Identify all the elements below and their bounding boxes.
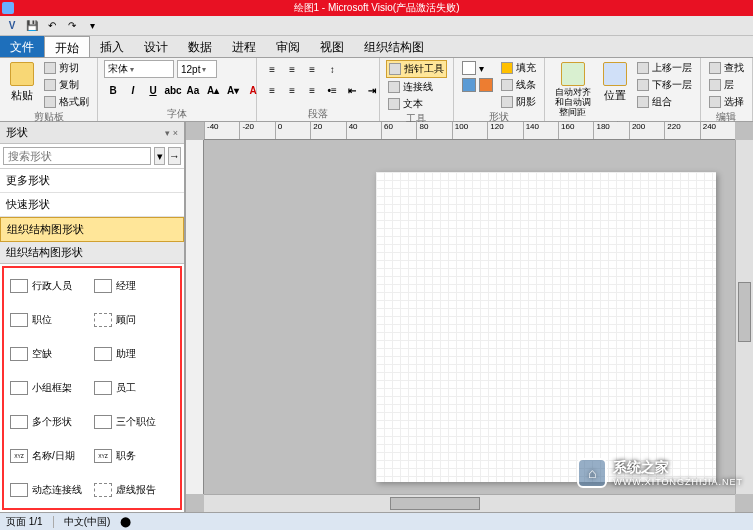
align-center-button[interactable]: ≡ bbox=[283, 81, 301, 99]
shadow-button[interactable]: 阴影 bbox=[499, 94, 538, 110]
swatch-icon bbox=[462, 61, 476, 75]
shrink-font-button[interactable]: A▾ bbox=[224, 81, 242, 99]
front-icon bbox=[637, 62, 649, 74]
title-bar: 绘图1 - Microsoft Visio(产品激活失败) bbox=[0, 0, 753, 16]
qat-dropdown-icon[interactable]: ▾ bbox=[84, 18, 100, 34]
fill-icon bbox=[501, 62, 513, 74]
scrollbar-vertical[interactable] bbox=[735, 140, 753, 494]
fill-button[interactable]: 填充 bbox=[499, 60, 538, 76]
shapes-pane-title: 形状 bbox=[0, 122, 184, 144]
line-icon bbox=[501, 79, 513, 91]
canvas-area[interactable]: -40-20020406080100120140160180200220240 … bbox=[186, 122, 753, 512]
tab-design[interactable]: 设计 bbox=[134, 36, 178, 57]
tab-process[interactable]: 进程 bbox=[222, 36, 266, 57]
status-language[interactable]: 中文(中国) bbox=[64, 515, 111, 529]
text-tool-button[interactable]: 文本 bbox=[386, 96, 447, 112]
orientation-button[interactable]: ↕ bbox=[323, 60, 341, 78]
shape-icon bbox=[10, 483, 28, 497]
category-quick-shapes[interactable]: 快速形状 bbox=[0, 193, 184, 217]
redo-icon[interactable]: ↷ bbox=[64, 18, 80, 34]
shape-staff[interactable]: 员工 bbox=[94, 376, 174, 400]
shape-title[interactable]: XYZ职务 bbox=[94, 444, 174, 468]
paragraph-label: 段落 bbox=[263, 107, 372, 119]
cut-icon bbox=[44, 62, 56, 74]
connector-tool-button[interactable]: 连接线 bbox=[386, 79, 447, 95]
swatch-orange[interactable] bbox=[479, 78, 493, 92]
grow-font-button[interactable]: A▴ bbox=[204, 81, 222, 99]
shape-assistant[interactable]: 助理 bbox=[94, 342, 174, 366]
pointer-tool-button[interactable]: 指针工具 bbox=[386, 60, 447, 78]
italic-button[interactable]: I bbox=[124, 81, 142, 99]
search-dropdown-button[interactable]: ▾ bbox=[154, 147, 165, 165]
text-icon bbox=[388, 98, 400, 110]
scroll-thumb-v[interactable] bbox=[738, 282, 751, 342]
tab-review[interactable]: 审阅 bbox=[266, 36, 310, 57]
quickstyle-button[interactable]: ▾ bbox=[460, 60, 495, 76]
dedent-button[interactable]: ⇤ bbox=[343, 81, 361, 99]
category-orgchart-shapes[interactable]: 组织结构图形状 bbox=[0, 217, 184, 242]
back-icon bbox=[637, 79, 649, 91]
tab-view[interactable]: 视图 bbox=[310, 36, 354, 57]
scrollbar-horizontal[interactable] bbox=[204, 494, 735, 512]
find-button[interactable]: 查找 bbox=[707, 60, 746, 76]
send-backward-button[interactable]: 下移一层 bbox=[635, 77, 694, 93]
align-left-button[interactable]: ≡ bbox=[263, 81, 281, 99]
search-go-button[interactable]: → bbox=[168, 147, 181, 165]
connector-icon bbox=[388, 81, 400, 93]
group-button[interactable]: 组合 bbox=[635, 94, 694, 110]
tab-file[interactable]: 文件 bbox=[0, 36, 44, 57]
copy-icon bbox=[44, 79, 56, 91]
shape-team-frame[interactable]: 小组框架 bbox=[10, 376, 90, 400]
autoalign-button[interactable]: 自动对齐和自动调整间距 bbox=[551, 60, 595, 120]
tab-insert[interactable]: 插入 bbox=[90, 36, 134, 57]
copy-button[interactable]: 复制 bbox=[42, 77, 91, 93]
tab-home[interactable]: 开始 bbox=[44, 36, 90, 57]
drawing-page[interactable] bbox=[376, 172, 716, 482]
align-top-button[interactable]: ≡ bbox=[263, 60, 281, 78]
align-right-button[interactable]: ≡ bbox=[303, 81, 321, 99]
case-button[interactable]: Aa bbox=[184, 81, 202, 99]
strike-button[interactable]: abc bbox=[164, 81, 182, 99]
shape-icon bbox=[94, 313, 112, 327]
scroll-thumb-h[interactable] bbox=[390, 497, 480, 510]
shape-name-date[interactable]: XYZ名称/日期 bbox=[10, 444, 90, 468]
align-middle-button[interactable]: ≡ bbox=[283, 60, 301, 78]
font-size-combo[interactable]: 12pt bbox=[177, 60, 217, 78]
undo-icon[interactable]: ↶ bbox=[44, 18, 60, 34]
format-painter-button[interactable]: 格式刷 bbox=[42, 94, 91, 110]
align-bottom-button[interactable]: ≡ bbox=[303, 60, 321, 78]
status-record-icon[interactable]: ⬤ bbox=[120, 516, 131, 527]
shape-executive[interactable]: 行政人员 bbox=[10, 274, 90, 298]
tab-orgchart[interactable]: 组织结构图 bbox=[354, 36, 434, 57]
shape-consultant[interactable]: 顾问 bbox=[94, 308, 174, 332]
layer-button[interactable]: 层 bbox=[707, 77, 746, 93]
tab-data[interactable]: 数据 bbox=[178, 36, 222, 57]
group-font: 宋体 12pt B I U abc Aa A▴ A▾ A 字体 bbox=[98, 58, 257, 121]
select-button[interactable]: 选择 bbox=[707, 94, 746, 110]
cut-button[interactable]: 剪切 bbox=[42, 60, 91, 76]
shape-icon: XYZ bbox=[94, 449, 112, 463]
search-shapes-input[interactable] bbox=[3, 147, 151, 165]
line-button[interactable]: 线条 bbox=[499, 77, 538, 93]
underline-button[interactable]: U bbox=[144, 81, 162, 99]
window-title: 绘图1 - Microsoft Visio(产品激活失败) bbox=[294, 2, 460, 13]
bullets-button[interactable]: •≡ bbox=[323, 81, 341, 99]
shape-icon bbox=[10, 313, 28, 327]
swatch-blue[interactable] bbox=[462, 78, 476, 92]
shape-three-positions[interactable]: 三个职位 bbox=[94, 410, 174, 434]
shape-manager[interactable]: 经理 bbox=[94, 274, 174, 298]
shape-icon bbox=[10, 415, 28, 429]
bold-button[interactable]: B bbox=[104, 81, 122, 99]
font-name-combo[interactable]: 宋体 bbox=[104, 60, 174, 78]
shape-multiple[interactable]: 多个形状 bbox=[10, 410, 90, 434]
category-more-shapes[interactable]: 更多形状 bbox=[0, 169, 184, 193]
save-icon[interactable]: 💾 bbox=[24, 18, 40, 34]
shape-dynamic-connector[interactable]: 动态连接线 bbox=[10, 478, 90, 502]
painter-icon bbox=[44, 96, 56, 108]
bring-forward-button[interactable]: 上移一层 bbox=[635, 60, 694, 76]
shape-vacancy[interactable]: 空缺 bbox=[10, 342, 90, 366]
shape-position[interactable]: 职位 bbox=[10, 308, 90, 332]
shape-dotted-report[interactable]: 虚线报告 bbox=[94, 478, 174, 502]
position-button[interactable]: 位置 bbox=[599, 60, 631, 105]
paste-button[interactable]: 粘贴 bbox=[6, 60, 38, 105]
